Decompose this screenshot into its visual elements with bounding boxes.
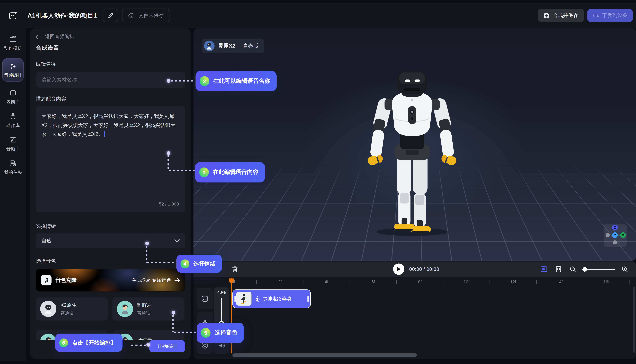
- step-text: 在此可以编辑语音名称: [213, 78, 270, 85]
- robot-badge-avatar: [204, 40, 215, 51]
- char-counter: 52 / 1,000: [159, 200, 179, 208]
- neg-z-axis-handle[interactable]: [613, 240, 617, 244]
- step-number: 3: [199, 168, 209, 177]
- volume-value: 40%: [217, 290, 226, 294]
- playhead-handle[interactable]: [228, 278, 235, 284]
- sparkles-icon: [9, 62, 17, 70]
- chevron-down-icon: [174, 239, 180, 242]
- sidebar-item-label: 我的任务: [4, 170, 22, 176]
- horizontal-scrollbar[interactable]: [232, 354, 417, 357]
- fit-width-icon[interactable]: [555, 266, 562, 273]
- emotion-select[interactable]: 自然: [36, 233, 185, 248]
- sidebar-item-expression-library[interactable]: 表情库: [0, 89, 26, 105]
- tutorial-step-6: 6 点击【开始编排】: [55, 334, 123, 352]
- zoom-out-icon[interactable]: [569, 266, 576, 273]
- connector-line: [169, 170, 195, 171]
- sidebar-item-audio-library[interactable]: 音频库: [0, 136, 26, 152]
- voice-clone-banner[interactable]: 音色克隆 生成你的专属音色: [36, 269, 185, 292]
- back-arrow-icon: [36, 34, 42, 39]
- robot-face-icon: [9, 89, 17, 97]
- tutorial-step-5: 5 选择音色: [197, 323, 244, 343]
- sidebar-item-my-tasks[interactable]: 我的任务: [0, 159, 26, 176]
- sidebar-item-label: 表情库: [6, 99, 20, 105]
- back-to-audio-arrange[interactable]: 返回音频编排: [36, 33, 74, 40]
- file-status-button[interactable]: 文件未保存: [122, 8, 170, 22]
- deploy-label: 下发到设备: [602, 12, 627, 19]
- file-status-label: 文件未保存: [139, 12, 164, 19]
- connector-dot: [172, 311, 175, 314]
- expression-track-header[interactable]: [197, 288, 213, 309]
- voice-label: 选择音色: [36, 258, 56, 264]
- y-axis-handle[interactable]: Y: [612, 232, 618, 238]
- project-title: A1机器人动作-我的项目1: [28, 12, 97, 19]
- topbar-actions: 合成并保存 下发到设备: [538, 9, 633, 22]
- arrow-right-icon: [174, 278, 180, 282]
- connector-dot: [167, 151, 170, 155]
- save-label: 合成并保存: [553, 12, 578, 19]
- voice-name: 稚晖君: [137, 302, 152, 308]
- step-text: 选择情绪: [193, 260, 215, 267]
- audio-folder-icon: [9, 136, 17, 144]
- step-text: 在此编辑语音内容: [213, 169, 258, 176]
- z-axis-handle[interactable]: Z: [612, 224, 618, 230]
- voice-lang: 普通话: [137, 310, 152, 316]
- voice-content-textarea[interactable]: 大家好，我是灵犀X2，很高兴认识大家，大家好，我是灵犀X2，很高兴认识大家，大家…: [36, 106, 185, 212]
- play-button[interactable]: [393, 264, 404, 275]
- zoom-in-icon[interactable]: [621, 266, 628, 273]
- material-name-input[interactable]: [36, 72, 185, 88]
- deploy-button[interactable]: 下发到设备: [587, 9, 633, 22]
- top-bar: A1机器人动作-我的项目1 文件未保存: [0, 3, 636, 28]
- synthesize-voice-panel: 返回音频编排 合成语音 编辑名称 描述配音内容 大家好，我是灵犀X2，很高兴认识…: [31, 28, 191, 359]
- timeline-zoom-slider[interactable]: [582, 269, 615, 270]
- 3d-viewport[interactable]: 灵犀X2 青春版 Z Y X: [193, 28, 636, 260]
- sidebar-item-label: 音频库: [6, 146, 20, 152]
- person-icon: [9, 112, 17, 120]
- app-window: A1机器人动作-我的项目1 文件未保存: [0, 3, 636, 361]
- clip-left-handle[interactable]: [234, 296, 236, 302]
- content-label: 描述配音内容: [36, 96, 66, 102]
- clapperboard-icon: [9, 35, 17, 43]
- sidebar-item-label: 动作库: [6, 122, 20, 128]
- save-icon: [543, 12, 550, 18]
- robot-name: 灵犀X2: [218, 42, 235, 50]
- neg-x-axis-handle[interactable]: [605, 233, 610, 237]
- vertical-scrollbar[interactable]: [633, 287, 635, 353]
- person-avatar: [117, 301, 133, 317]
- sidebar: 动作模仿 音频编排 表情库: [0, 28, 26, 361]
- timeline-ruler[interactable]: 0f 2f 4f 6f 8f 10f 12f 14f 16f: [193, 278, 636, 286]
- axis-gizmo[interactable]: Z Y X: [603, 224, 627, 247]
- text-caret: [104, 131, 105, 136]
- x-axis-handle[interactable]: X: [620, 232, 626, 238]
- connector-line: [172, 315, 174, 332]
- tutorial-step-2: 2 在此可以编辑语音名称: [195, 71, 277, 91]
- step-text: 点击【开始编排】: [72, 339, 116, 346]
- delete-clip-button[interactable]: [230, 264, 240, 274]
- robot-model[interactable]: [363, 50, 461, 237]
- clip-right-handle[interactable]: [307, 296, 309, 302]
- cloud-icon: [128, 12, 135, 19]
- voice-card-x2-native[interactable]: X2原生 普通话: [36, 297, 108, 321]
- robot-edition: 青春版: [243, 42, 259, 50]
- connector-line: [147, 262, 177, 263]
- track-view-toggle-active[interactable]: [540, 266, 547, 273]
- sidebar-item-audio-arrange[interactable]: 音频编排: [3, 58, 24, 82]
- time-display: 00:00 / 00:30: [409, 266, 439, 272]
- sidebar-item-action-library[interactable]: 动作库: [0, 112, 26, 128]
- voice-card-zhihuijun[interactable]: 稚晖君 普通话: [112, 297, 185, 321]
- sidebar-item-motion-mimic[interactable]: 动作模仿: [0, 35, 26, 51]
- motion-clip[interactable]: 超帅走路姿势: [232, 290, 311, 308]
- sidebar-item-label: 动作模仿: [4, 45, 22, 51]
- zoom-slider-thumb[interactable]: [582, 267, 587, 272]
- volume-slider[interactable]: [221, 298, 222, 324]
- clip-thumbnail: [236, 292, 251, 306]
- robot-model-badge: 灵犀X2 青春版: [202, 38, 264, 53]
- robot-avatar: [40, 301, 57, 317]
- save-button[interactable]: 合成并保存: [538, 9, 584, 22]
- start-arrange-button[interactable]: 开始编排: [149, 340, 185, 352]
- voice-name: X2原生: [60, 302, 77, 308]
- rename-button[interactable]: [103, 8, 118, 22]
- voice-content-text: 大家好，我是灵犀X2，很高兴认识大家，大家好，我是灵犀X2，很高兴认识大家，大家…: [41, 114, 175, 137]
- tutorial-step-4: 4 选择情绪: [176, 254, 222, 273]
- emotion-label: 选择情绪: [36, 223, 56, 230]
- name-label: 编辑名称: [36, 61, 56, 68]
